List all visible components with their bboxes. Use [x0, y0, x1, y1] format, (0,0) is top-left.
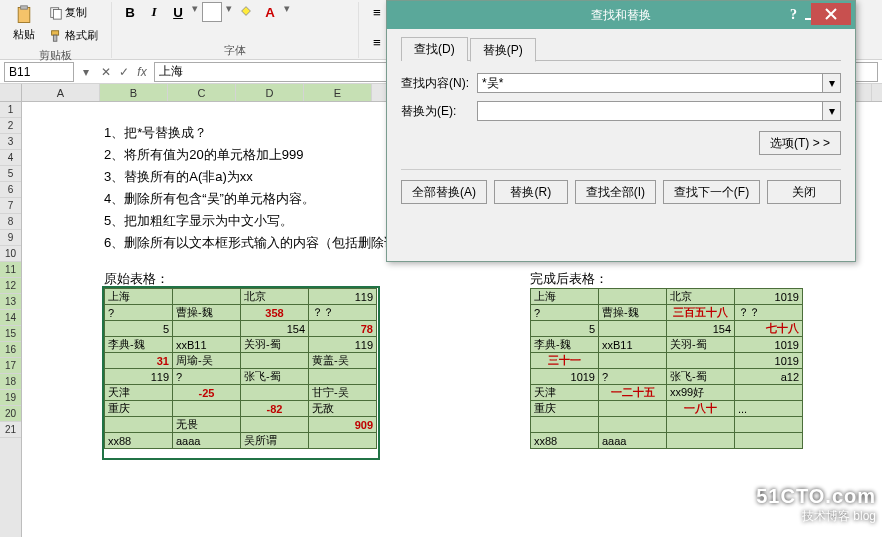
col-header-D[interactable]: D [236, 84, 304, 101]
cell[interactable] [241, 353, 309, 369]
copy-button[interactable]: 复制 [44, 2, 103, 23]
cell[interactable]: -82 [241, 401, 309, 417]
cell[interactable]: ？？ [309, 305, 377, 321]
cell[interactable] [599, 417, 667, 433]
cell[interactable]: 三百五十八 [667, 305, 735, 321]
row-header-12[interactable]: 12 [0, 278, 21, 294]
cell[interactable]: ? [173, 369, 241, 385]
find-dropdown[interactable]: ▾ [823, 73, 841, 93]
cell[interactable]: ？？ [735, 305, 803, 321]
row-header-3[interactable]: 3 [0, 134, 21, 150]
cell[interactable]: 5 [531, 321, 599, 337]
cell[interactable]: ? [531, 305, 599, 321]
cell[interactable] [531, 417, 599, 433]
cell[interactable]: 154 [667, 321, 735, 337]
row-header-8[interactable]: 8 [0, 214, 21, 230]
dialog-help-button[interactable]: ? [790, 7, 797, 23]
cell[interactable]: 1019 [531, 369, 599, 385]
cell[interactable]: 无畏 [173, 417, 241, 433]
cell[interactable] [599, 353, 667, 369]
find-input[interactable] [477, 73, 823, 93]
cell[interactable]: 曹操-魏 [599, 305, 667, 321]
cell[interactable]: 1019 [735, 353, 803, 369]
row-header-21[interactable]: 21 [0, 422, 21, 438]
cell[interactable]: xx99好 [667, 385, 735, 401]
cell[interactable] [173, 401, 241, 417]
cell[interactable] [241, 385, 309, 401]
cell[interactable]: 1019 [735, 289, 803, 305]
row-header-16[interactable]: 16 [0, 342, 21, 358]
col-header-B[interactable]: B [100, 84, 168, 101]
cell[interactable]: xxB11 [599, 337, 667, 353]
dialog-close-button[interactable] [811, 3, 851, 25]
replace-input[interactable] [477, 101, 823, 121]
find-next-button[interactable]: 查找下一个(F) [663, 180, 760, 204]
enter-icon[interactable]: ✓ [116, 65, 132, 79]
cell[interactable] [735, 417, 803, 433]
cell[interactable]: ... [735, 401, 803, 417]
row-header-10[interactable]: 10 [0, 246, 21, 262]
cell[interactable] [735, 385, 803, 401]
cell[interactable] [599, 321, 667, 337]
row-header-18[interactable]: 18 [0, 374, 21, 390]
table1[interactable]: 上海北京119?曹操-魏358？？515478李典-魏xxB11关羽-蜀1193… [104, 288, 377, 449]
cancel-icon[interactable]: ✕ [98, 65, 114, 79]
cell[interactable] [599, 401, 667, 417]
cell[interactable]: 78 [309, 321, 377, 337]
paste-button[interactable]: 粘贴 [8, 2, 40, 48]
replace-all-button[interactable]: 全部替换(A) [401, 180, 487, 204]
replace-dropdown[interactable]: ▾ [823, 101, 841, 121]
cell[interactable]: 154 [241, 321, 309, 337]
replace-button[interactable]: 替换(R) [494, 180, 568, 204]
cell[interactable]: 北京 [667, 289, 735, 305]
cell[interactable]: 关羽-蜀 [241, 337, 309, 353]
cell[interactable] [667, 353, 735, 369]
cell[interactable]: ? [105, 305, 173, 321]
cell[interactable]: xx88 [531, 433, 599, 449]
align-top-button[interactable]: ≡ [367, 2, 387, 22]
cell[interactable]: xxB11 [173, 337, 241, 353]
cell[interactable]: -25 [173, 385, 241, 401]
cell[interactable]: xx88 [105, 433, 173, 449]
name-box[interactable] [4, 62, 74, 82]
cell[interactable]: 5 [105, 321, 173, 337]
row-header-17[interactable]: 17 [0, 358, 21, 374]
cell[interactable]: 一二十五 [599, 385, 667, 401]
cell[interactable] [105, 417, 173, 433]
cell[interactable] [309, 433, 377, 449]
cell[interactable]: 358 [241, 305, 309, 321]
bold-button[interactable]: B [120, 2, 140, 22]
cell[interactable]: 重庆 [105, 401, 173, 417]
cell[interactable]: 北京 [241, 289, 309, 305]
cell[interactable]: 119 [309, 337, 377, 353]
select-all-corner[interactable] [0, 84, 21, 102]
cell[interactable]: 31 [105, 353, 173, 369]
fill-color-button[interactable] [236, 2, 256, 22]
cell[interactable]: 天津 [105, 385, 173, 401]
align-left-button[interactable]: ≡ [367, 32, 387, 52]
fx-icon[interactable]: fx [134, 65, 150, 79]
cell[interactable] [667, 433, 735, 449]
options-button[interactable]: 选项(T) > > [759, 131, 841, 155]
cell[interactable]: 关羽-蜀 [667, 337, 735, 353]
row-header-4[interactable]: 4 [0, 150, 21, 166]
row-header-1[interactable]: 1 [0, 102, 21, 118]
cell[interactable]: 天津 [531, 385, 599, 401]
underline-button[interactable]: U [168, 2, 188, 22]
cell[interactable] [667, 417, 735, 433]
dialog-titlebar[interactable]: 查找和替换 ? [387, 1, 855, 29]
cell[interactable]: 909 [309, 417, 377, 433]
cell[interactable]: 周瑜-吴 [173, 353, 241, 369]
cell[interactable] [241, 417, 309, 433]
cell[interactable]: aaaa [173, 433, 241, 449]
tab-find[interactable]: 查找(D) [401, 37, 468, 61]
format-painter-button[interactable]: 格式刷 [44, 25, 103, 46]
cell[interactable] [599, 289, 667, 305]
cell[interactable]: 119 [105, 369, 173, 385]
cell[interactable]: 曹操-魏 [173, 305, 241, 321]
cell[interactable]: aaaa [599, 433, 667, 449]
row-header-5[interactable]: 5 [0, 166, 21, 182]
cell[interactable]: 七十八 [735, 321, 803, 337]
find-all-button[interactable]: 查找全部(I) [575, 180, 656, 204]
row-header-6[interactable]: 6 [0, 182, 21, 198]
